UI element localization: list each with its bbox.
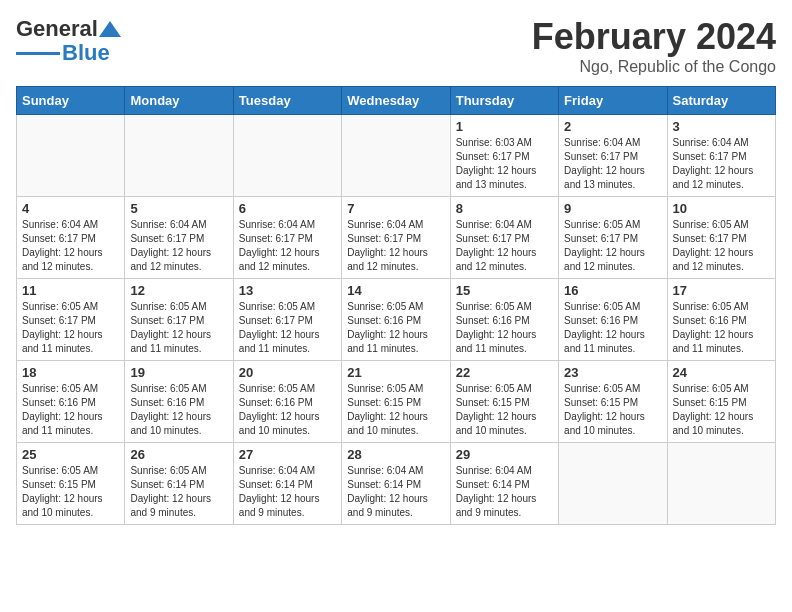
calendar-day-cell: 24Sunrise: 6:05 AM Sunset: 6:15 PM Dayli… — [667, 361, 775, 443]
calendar-day-cell: 2Sunrise: 6:04 AM Sunset: 6:17 PM Daylig… — [559, 115, 667, 197]
calendar-week-row: 4Sunrise: 6:04 AM Sunset: 6:17 PM Daylig… — [17, 197, 776, 279]
calendar-week-row: 18Sunrise: 6:05 AM Sunset: 6:16 PM Dayli… — [17, 361, 776, 443]
calendar-day-cell: 19Sunrise: 6:05 AM Sunset: 6:16 PM Dayli… — [125, 361, 233, 443]
day-info: Sunrise: 6:04 AM Sunset: 6:17 PM Dayligh… — [130, 218, 227, 274]
weekday-header: Saturday — [667, 87, 775, 115]
day-number: 1 — [456, 119, 553, 134]
calendar-day-cell: 26Sunrise: 6:05 AM Sunset: 6:14 PM Dayli… — [125, 443, 233, 525]
calendar-day-cell: 13Sunrise: 6:05 AM Sunset: 6:17 PM Dayli… — [233, 279, 341, 361]
calendar-day-cell — [233, 115, 341, 197]
day-info: Sunrise: 6:05 AM Sunset: 6:16 PM Dayligh… — [456, 300, 553, 356]
calendar-title: February 2024 — [532, 16, 776, 58]
day-number: 16 — [564, 283, 661, 298]
calendar-week-row: 11Sunrise: 6:05 AM Sunset: 6:17 PM Dayli… — [17, 279, 776, 361]
calendar-week-row: 25Sunrise: 6:05 AM Sunset: 6:15 PM Dayli… — [17, 443, 776, 525]
day-number: 8 — [456, 201, 553, 216]
day-info: Sunrise: 6:05 AM Sunset: 6:16 PM Dayligh… — [22, 382, 119, 438]
day-info: Sunrise: 6:05 AM Sunset: 6:16 PM Dayligh… — [564, 300, 661, 356]
weekday-header: Friday — [559, 87, 667, 115]
day-number: 10 — [673, 201, 770, 216]
day-info: Sunrise: 6:05 AM Sunset: 6:16 PM Dayligh… — [673, 300, 770, 356]
header-area: General Blue February 2024 Ngo, Republic… — [16, 16, 776, 76]
day-number: 7 — [347, 201, 444, 216]
calendar-day-cell: 9Sunrise: 6:05 AM Sunset: 6:17 PM Daylig… — [559, 197, 667, 279]
logo-blue: Blue — [62, 40, 110, 66]
calendar-week-row: 1Sunrise: 6:03 AM Sunset: 6:17 PM Daylig… — [17, 115, 776, 197]
calendar-day-cell: 23Sunrise: 6:05 AM Sunset: 6:15 PM Dayli… — [559, 361, 667, 443]
calendar-day-cell: 10Sunrise: 6:05 AM Sunset: 6:17 PM Dayli… — [667, 197, 775, 279]
day-number: 12 — [130, 283, 227, 298]
day-number: 28 — [347, 447, 444, 462]
calendar-day-cell: 14Sunrise: 6:05 AM Sunset: 6:16 PM Dayli… — [342, 279, 450, 361]
day-info: Sunrise: 6:05 AM Sunset: 6:15 PM Dayligh… — [456, 382, 553, 438]
calendar-day-cell: 6Sunrise: 6:04 AM Sunset: 6:17 PM Daylig… — [233, 197, 341, 279]
calendar-table: SundayMondayTuesdayWednesdayThursdayFrid… — [16, 86, 776, 525]
day-number: 25 — [22, 447, 119, 462]
day-info: Sunrise: 6:04 AM Sunset: 6:17 PM Dayligh… — [239, 218, 336, 274]
day-number: 24 — [673, 365, 770, 380]
day-number: 17 — [673, 283, 770, 298]
calendar-day-cell: 12Sunrise: 6:05 AM Sunset: 6:17 PM Dayli… — [125, 279, 233, 361]
calendar-day-cell — [667, 443, 775, 525]
day-number: 19 — [130, 365, 227, 380]
day-info: Sunrise: 6:05 AM Sunset: 6:17 PM Dayligh… — [22, 300, 119, 356]
calendar-day-cell: 8Sunrise: 6:04 AM Sunset: 6:17 PM Daylig… — [450, 197, 558, 279]
calendar-day-cell: 21Sunrise: 6:05 AM Sunset: 6:15 PM Dayli… — [342, 361, 450, 443]
day-number: 13 — [239, 283, 336, 298]
day-number: 29 — [456, 447, 553, 462]
day-number: 22 — [456, 365, 553, 380]
logo-triangle-icon — [99, 21, 121, 37]
calendar-day-cell: 11Sunrise: 6:05 AM Sunset: 6:17 PM Dayli… — [17, 279, 125, 361]
calendar-day-cell: 22Sunrise: 6:05 AM Sunset: 6:15 PM Dayli… — [450, 361, 558, 443]
day-info: Sunrise: 6:04 AM Sunset: 6:14 PM Dayligh… — [456, 464, 553, 520]
day-info: Sunrise: 6:05 AM Sunset: 6:15 PM Dayligh… — [22, 464, 119, 520]
calendar-day-cell — [342, 115, 450, 197]
day-number: 18 — [22, 365, 119, 380]
weekday-header: Monday — [125, 87, 233, 115]
weekday-header: Thursday — [450, 87, 558, 115]
day-info: Sunrise: 6:05 AM Sunset: 6:17 PM Dayligh… — [239, 300, 336, 356]
day-number: 3 — [673, 119, 770, 134]
logo: General Blue — [16, 16, 122, 66]
day-info: Sunrise: 6:05 AM Sunset: 6:17 PM Dayligh… — [564, 218, 661, 274]
day-info: Sunrise: 6:05 AM Sunset: 6:15 PM Dayligh… — [347, 382, 444, 438]
calendar-day-cell: 5Sunrise: 6:04 AM Sunset: 6:17 PM Daylig… — [125, 197, 233, 279]
svg-marker-0 — [99, 21, 121, 37]
calendar-day-cell — [559, 443, 667, 525]
day-info: Sunrise: 6:04 AM Sunset: 6:17 PM Dayligh… — [347, 218, 444, 274]
calendar-day-cell: 15Sunrise: 6:05 AM Sunset: 6:16 PM Dayli… — [450, 279, 558, 361]
day-number: 14 — [347, 283, 444, 298]
logo-general: General — [16, 16, 98, 42]
weekday-header: Tuesday — [233, 87, 341, 115]
day-info: Sunrise: 6:05 AM Sunset: 6:15 PM Dayligh… — [673, 382, 770, 438]
calendar-subtitle: Ngo, Republic of the Congo — [532, 58, 776, 76]
calendar-day-cell: 20Sunrise: 6:05 AM Sunset: 6:16 PM Dayli… — [233, 361, 341, 443]
day-info: Sunrise: 6:05 AM Sunset: 6:17 PM Dayligh… — [130, 300, 227, 356]
day-info: Sunrise: 6:05 AM Sunset: 6:15 PM Dayligh… — [564, 382, 661, 438]
calendar-day-cell: 29Sunrise: 6:04 AM Sunset: 6:14 PM Dayli… — [450, 443, 558, 525]
weekday-header: Wednesday — [342, 87, 450, 115]
calendar-day-cell: 7Sunrise: 6:04 AM Sunset: 6:17 PM Daylig… — [342, 197, 450, 279]
calendar-day-cell: 28Sunrise: 6:04 AM Sunset: 6:14 PM Dayli… — [342, 443, 450, 525]
calendar-day-cell: 17Sunrise: 6:05 AM Sunset: 6:16 PM Dayli… — [667, 279, 775, 361]
day-info: Sunrise: 6:05 AM Sunset: 6:16 PM Dayligh… — [130, 382, 227, 438]
day-number: 26 — [130, 447, 227, 462]
day-number: 20 — [239, 365, 336, 380]
day-number: 4 — [22, 201, 119, 216]
calendar-header-row: SundayMondayTuesdayWednesdayThursdayFrid… — [17, 87, 776, 115]
day-info: Sunrise: 6:04 AM Sunset: 6:14 PM Dayligh… — [239, 464, 336, 520]
calendar-day-cell: 4Sunrise: 6:04 AM Sunset: 6:17 PM Daylig… — [17, 197, 125, 279]
day-info: Sunrise: 6:05 AM Sunset: 6:17 PM Dayligh… — [673, 218, 770, 274]
weekday-header: Sunday — [17, 87, 125, 115]
day-number: 15 — [456, 283, 553, 298]
calendar-day-cell: 27Sunrise: 6:04 AM Sunset: 6:14 PM Dayli… — [233, 443, 341, 525]
day-number: 11 — [22, 283, 119, 298]
calendar-day-cell — [17, 115, 125, 197]
day-number: 9 — [564, 201, 661, 216]
day-number: 5 — [130, 201, 227, 216]
day-info: Sunrise: 6:05 AM Sunset: 6:16 PM Dayligh… — [239, 382, 336, 438]
day-info: Sunrise: 6:04 AM Sunset: 6:17 PM Dayligh… — [564, 136, 661, 192]
day-info: Sunrise: 6:05 AM Sunset: 6:16 PM Dayligh… — [347, 300, 444, 356]
calendar-day-cell: 25Sunrise: 6:05 AM Sunset: 6:15 PM Dayli… — [17, 443, 125, 525]
calendar-day-cell: 18Sunrise: 6:05 AM Sunset: 6:16 PM Dayli… — [17, 361, 125, 443]
